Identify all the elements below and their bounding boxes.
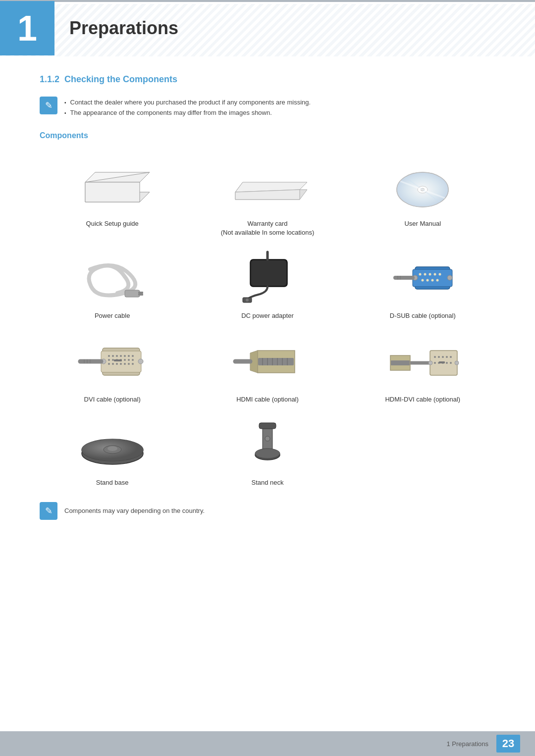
section-heading: 1.1.2 Checking the Components — [40, 74, 495, 85]
svg-point-84 — [450, 362, 452, 364]
svg-point-46 — [108, 359, 110, 361]
svg-point-28 — [439, 273, 441, 276]
note-area: • Contact the dealer where you purchased… — [40, 97, 495, 116]
components-heading: Components — [40, 131, 495, 140]
stand-neck-label: Stand neck — [251, 478, 283, 487]
svg-point-21 — [246, 299, 249, 302]
svg-point-75 — [434, 356, 436, 358]
component-warranty-card: Warranty card (Not available In some loc… — [195, 155, 340, 242]
dsub-cable-label: D-SUB cable (optional) — [390, 311, 456, 320]
svg-point-42 — [120, 355, 122, 357]
svg-rect-73 — [391, 360, 410, 365]
svg-point-31 — [431, 279, 434, 282]
svg-point-57 — [124, 363, 126, 365]
bottom-note-text: Components may vary depending on the cou… — [64, 507, 205, 514]
component-user-manual: User Manual — [350, 155, 495, 242]
warranty-card-label: Warranty card (Not available In some loc… — [221, 219, 315, 237]
svg-rect-15 — [125, 290, 140, 297]
footer: 1 Preparations 23 — [0, 731, 535, 756]
user-manual-image — [383, 160, 462, 214]
svg-rect-16 — [138, 292, 143, 294]
bullet-2: • — [64, 110, 66, 116]
chapter-number: 1 — [0, 1, 54, 55]
svg-point-50 — [124, 359, 126, 361]
svg-point-86 — [428, 361, 432, 365]
user-manual-label: User Manual — [404, 219, 441, 228]
quick-setup-guide-label: Quick Setup guide — [86, 219, 139, 228]
svg-point-56 — [120, 363, 122, 365]
svg-point-55 — [116, 363, 118, 365]
component-quick-setup-guide: Quick Setup guide — [40, 155, 185, 242]
svg-rect-38 — [101, 351, 141, 372]
svg-point-79 — [450, 356, 452, 358]
svg-point-26 — [429, 273, 431, 276]
svg-point-83 — [446, 362, 448, 364]
svg-point-59 — [132, 363, 134, 365]
main-content: 1.1.2 Checking the Components • Contact … — [0, 54, 535, 559]
component-dc-adapter: DC power adapter — [195, 247, 340, 325]
component-stand-neck: Stand neck — [195, 414, 340, 492]
svg-point-53 — [108, 363, 110, 365]
power-cable-label: Power cable — [95, 311, 130, 320]
svg-point-51 — [128, 359, 130, 361]
hdmi-dvi-cable-image — [383, 336, 462, 390]
svg-point-76 — [438, 356, 440, 358]
svg-rect-66 — [258, 358, 294, 365]
stand-base-label: Stand base — [96, 478, 129, 487]
note-line-2: • The appearance of the components may d… — [64, 109, 311, 116]
svg-point-80 — [434, 362, 436, 364]
footer-text: 1 Preparations — [446, 740, 488, 748]
dc-adapter-label: DC power adapter — [241, 311, 294, 320]
svg-point-24 — [419, 273, 422, 276]
svg-point-45 — [132, 355, 134, 357]
svg-point-34 — [447, 275, 452, 280]
svg-point-32 — [436, 279, 439, 282]
component-dvi-cable: DVI cable (optional) — [40, 331, 185, 409]
dvi-cable-label: DVI cable (optional) — [84, 395, 141, 404]
svg-point-98 — [265, 436, 270, 441]
svg-point-54 — [112, 363, 114, 365]
svg-point-27 — [434, 273, 436, 276]
svg-point-52 — [132, 359, 134, 361]
component-power-cable: Power cable — [40, 247, 185, 325]
dc-adapter-image — [228, 252, 307, 306]
header: 1 Preparations — [0, 0, 535, 54]
svg-point-43 — [124, 355, 126, 357]
hdmi-cable-image — [228, 336, 307, 390]
dsub-cable-image — [383, 252, 462, 306]
component-hdmi-cable: HDMI cable (optional) — [195, 331, 340, 409]
svg-point-97 — [255, 449, 280, 458]
bullet-1: • — [64, 100, 66, 105]
svg-point-44 — [128, 355, 130, 357]
note-line-1: • Contact the dealer where you purchased… — [64, 99, 311, 106]
svg-rect-17 — [138, 294, 143, 296]
footer-page-number: 23 — [496, 735, 520, 753]
dvi-cable-image — [73, 336, 152, 390]
svg-point-62 — [138, 359, 143, 364]
hdmi-dvi-cable-label: HDMI-DVI cable (optional) — [385, 395, 460, 404]
svg-rect-85 — [439, 361, 445, 363]
bottom-note: Components may vary depending on the cou… — [40, 502, 495, 520]
svg-point-25 — [424, 273, 427, 276]
note-lines: • Contact the dealer where you purchased… — [64, 97, 311, 116]
component-hdmi-dvi-cable: HDMI-DVI cable (optional) — [350, 331, 495, 409]
components-grid: Quick Setup guide Warranty card (Not ava… — [40, 155, 495, 492]
svg-point-47 — [112, 359, 114, 361]
stand-base-image — [73, 419, 152, 473]
power-cable-image — [73, 252, 152, 306]
component-stand-base: Stand base — [40, 414, 185, 492]
note-icon — [40, 97, 57, 114]
svg-point-58 — [128, 363, 130, 365]
svg-point-78 — [446, 356, 448, 358]
page-title: Preparations — [54, 18, 178, 39]
svg-point-40 — [112, 355, 114, 357]
warranty-card-image — [228, 160, 307, 214]
stand-neck-image — [228, 419, 307, 473]
svg-point-41 — [116, 355, 118, 357]
bottom-note-icon — [40, 502, 57, 520]
quick-setup-guide-image — [73, 160, 152, 214]
svg-rect-95 — [259, 423, 276, 429]
svg-point-30 — [427, 279, 429, 282]
svg-rect-19 — [251, 260, 286, 286]
svg-marker-4 — [85, 182, 140, 202]
